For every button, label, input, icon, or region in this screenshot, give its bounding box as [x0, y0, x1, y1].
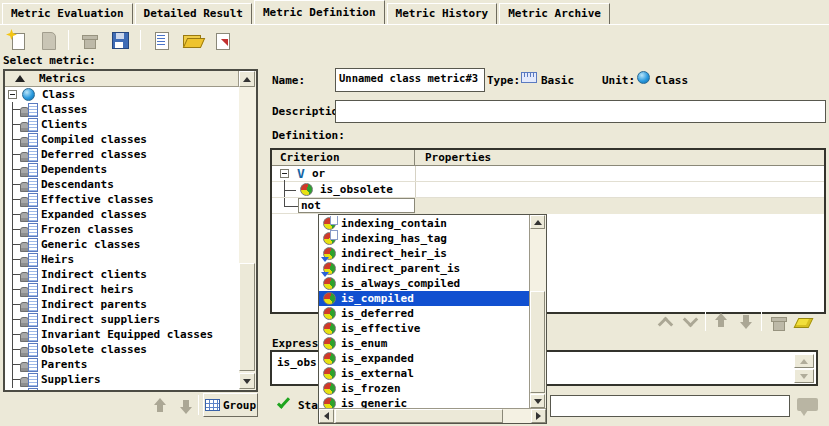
dropdown-item-is-external[interactable]: is_external	[319, 366, 529, 381]
delete-metric-icon[interactable]	[78, 29, 100, 51]
tree-item-indirect-parents[interactable]: Indirect parents	[5, 297, 239, 312]
valid-check-icon	[277, 395, 290, 409]
tree-header[interactable]: Metrics	[5, 71, 239, 87]
pie-arrow-icon	[323, 247, 336, 260]
comment-input[interactable]	[550, 395, 790, 417]
scroll-thumb[interactable]	[530, 291, 545, 393]
definition-table-header: Criterion Properties	[272, 150, 824, 166]
sort-ascending-icon	[15, 75, 25, 82]
tree-item-partial[interactable]	[5, 387, 239, 390]
description-input[interactable]	[335, 100, 826, 123]
tree-item-label: Suppliers	[39, 373, 101, 386]
dropdown-item-is-effective[interactable]: is_effective	[319, 321, 529, 336]
dropdown-item-is-deferred[interactable]: is_deferred	[319, 306, 529, 321]
scroll-up-button[interactable]	[530, 215, 545, 229]
scroll-down-button[interactable]	[239, 373, 255, 389]
criterion-column-header[interactable]: Criterion	[272, 150, 415, 165]
tree-item-expanded-classes[interactable]: Expanded classes	[5, 207, 239, 222]
or-criterion-icon[interactable]	[680, 311, 700, 331]
collapse-icon[interactable]	[8, 90, 17, 99]
tree-item-label: Invariant Equipped classes	[39, 328, 213, 341]
and-criterion-icon[interactable]	[655, 311, 675, 331]
dropdown-item-is-frozen[interactable]: is_frozen	[319, 381, 529, 396]
dropdown-item-is-enum[interactable]: is_enum	[319, 336, 529, 351]
tree-item-label: Heirs	[39, 253, 74, 266]
tree-item-deferred-classes[interactable]: Deferred classes	[5, 147, 239, 162]
tree-item-obsolete-classes[interactable]: Obsolete classes	[5, 342, 239, 357]
dropdown-item-indexing-has-tag[interactable]: indexing_has_tag	[319, 231, 529, 246]
tree-item-generic-classes[interactable]: Generic classes	[5, 237, 239, 252]
tree-item-compiled-classes[interactable]: Compiled classes	[5, 132, 239, 147]
tree-item-label: Classes	[39, 103, 87, 116]
tree-item-classes[interactable]: Classes	[5, 102, 239, 117]
criterion-dropdown-list: indexing_containindexing_has_tagindirect…	[319, 216, 529, 409]
name-input[interactable]: Unnamed class metric#3	[335, 68, 485, 92]
tree-header-label: Metrics	[39, 72, 85, 85]
dropdown-item-is-always-compiled[interactable]: is_always_compiled	[319, 276, 529, 291]
scroll-left-button[interactable]	[319, 409, 334, 423]
criterion-row-is-obsolete[interactable]: is_obsolete	[272, 182, 824, 198]
duplicate-metric-icon[interactable]	[37, 29, 59, 51]
collapse-icon[interactable]	[280, 169, 289, 178]
tab-metric-definition[interactable]: Metric Definition	[254, 0, 385, 24]
dropdown-item-indirect-heir-is[interactable]: indirect_heir_is	[319, 246, 529, 261]
tab-metric-evaluation[interactable]: Metric Evaluation	[2, 3, 133, 24]
toolbar-separator	[68, 30, 69, 50]
tree-item-effective-classes[interactable]: Effective classes	[5, 192, 239, 207]
erase-criterion-icon[interactable]	[792, 311, 812, 331]
dropdown-item-is-compiled[interactable]: is_compiled	[319, 291, 529, 306]
tree-item-invariant-equipped-classes[interactable]: Invariant Equipped classes	[5, 327, 239, 342]
tree-item-indirect-clients[interactable]: Indirect clients	[5, 267, 239, 282]
tree-item-heirs[interactable]: Heirs	[5, 252, 239, 267]
criterion-edit-box[interactable]: not	[298, 198, 415, 213]
metric-icon	[20, 133, 37, 146]
criterion-row-editing[interactable]: not	[272, 198, 824, 214]
dropdown-item-label: is_enum	[341, 337, 387, 350]
export-metrics-icon[interactable]	[212, 29, 234, 51]
properties-column-header[interactable]: Properties	[415, 150, 491, 165]
move-metric-down-button[interactable]	[176, 396, 194, 414]
scroll-up-button[interactable]	[239, 71, 255, 87]
expression-scroll-up-button[interactable]	[794, 354, 814, 368]
expression-scroll-down-button[interactable]	[794, 369, 814, 383]
scroll-thumb[interactable]	[335, 409, 503, 423]
tree-item-frozen-classes[interactable]: Frozen classes	[5, 222, 239, 237]
tree-item-class-root[interactable]: Class	[5, 87, 239, 102]
tab-detailed-result[interactable]: Detailed Result	[135, 3, 252, 24]
tab-metric-archive[interactable]: Metric Archive	[499, 3, 610, 24]
move-metric-up-button[interactable]	[150, 396, 168, 414]
save-metric-icon[interactable]	[109, 29, 131, 51]
dropdown-item-label: is_frozen	[341, 382, 401, 395]
new-metric-icon[interactable]	[6, 29, 28, 51]
tree-item-indirect-suppliers[interactable]: Indirect suppliers	[5, 312, 239, 327]
metric-icon	[20, 193, 37, 206]
metric-icon	[20, 103, 37, 116]
move-criterion-up-icon[interactable]	[711, 311, 731, 331]
tree-item-label: Parents	[39, 358, 87, 371]
criterion-pie-icon	[300, 183, 313, 196]
dropdown-item-indirect-parent-is[interactable]: indirect_parent_is	[319, 261, 529, 276]
move-criterion-down-icon[interactable]	[736, 311, 756, 331]
delete-criterion-icon[interactable]	[767, 311, 787, 331]
open-metric-file-icon[interactable]	[181, 29, 203, 51]
tree-scrollbar[interactable]	[239, 71, 256, 390]
tab-metric-history[interactable]: Metric History	[387, 3, 498, 24]
metric-icon	[20, 358, 37, 371]
dropdown-item-is-expanded[interactable]: is_expanded	[319, 351, 529, 366]
scroll-right-button[interactable]	[531, 409, 546, 423]
tree-item-descendants[interactable]: Descendants	[5, 177, 239, 192]
dropdown-horizontal-scrollbar[interactable]	[319, 408, 546, 423]
tree-item-parents[interactable]: Parents	[5, 357, 239, 372]
tree-item-suppliers[interactable]: Suppliers	[5, 372, 239, 387]
tree-item-dependents[interactable]: Dependents	[5, 162, 239, 177]
basic-type-icon	[521, 72, 537, 83]
tree-item-indirect-heirs[interactable]: Indirect heirs	[5, 282, 239, 297]
dropdown-vertical-scrollbar[interactable]	[529, 215, 546, 409]
criterion-row-or[interactable]: V or	[272, 166, 824, 182]
scroll-thumb[interactable]	[239, 263, 255, 371]
scroll-down-button[interactable]	[530, 394, 545, 408]
dropdown-item-indexing-contain[interactable]: indexing_contain	[319, 216, 529, 231]
import-metrics-icon[interactable]	[150, 29, 172, 51]
group-toggle-button[interactable]: Group	[203, 393, 258, 417]
tree-item-clients[interactable]: Clients	[5, 117, 239, 132]
